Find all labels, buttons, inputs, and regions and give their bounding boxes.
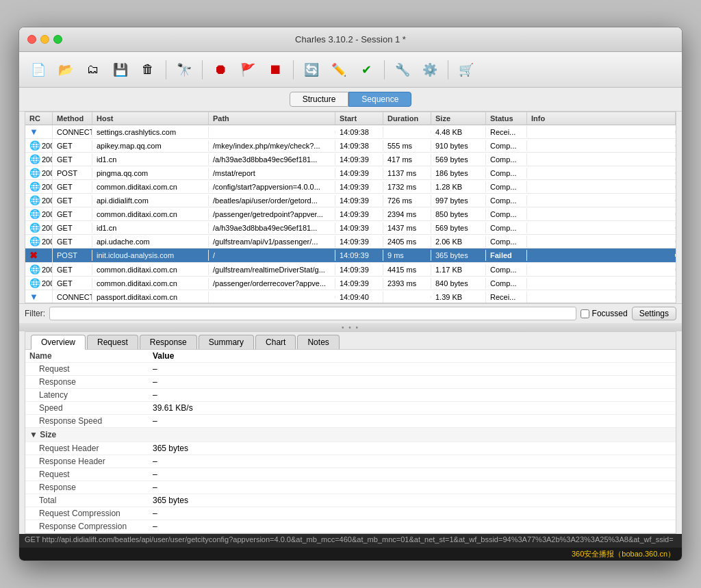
cell-method: GET <box>53 140 92 151</box>
tab-structure[interactable]: Structure <box>290 92 349 107</box>
cell-host: id1.cn <box>92 222 209 233</box>
detail-row: Response – <box>25 376 676 389</box>
cell-size: 1.28 KB <box>431 181 486 192</box>
detail-row-name: Request Compression <box>25 507 149 520</box>
tab-request[interactable]: Request <box>87 335 138 349</box>
tab-sequence[interactable]: Sequence <box>348 92 411 107</box>
detail-row-value: – <box>149 520 676 533</box>
col-header-host: Host <box>92 112 209 125</box>
cell-status: Comp... <box>486 236 527 247</box>
detail-row-value: 365 bytes <box>149 442 676 455</box>
search-button[interactable]: 🔭 <box>172 57 196 82</box>
tab-chart[interactable]: Chart <box>255 335 296 349</box>
cell-method: GET <box>53 222 92 233</box>
new-session-button[interactable]: 📄 <box>26 57 51 82</box>
table-row[interactable]: 🌐200 GET api.didialift.com /beatles/api/… <box>25 194 676 207</box>
tab-summary[interactable]: Summary <box>199 335 254 349</box>
table-row[interactable]: ✖ POST init.icloud-analysis.com / 14:09:… <box>25 248 676 263</box>
detail-row: Request – <box>25 468 676 481</box>
focussed-checkbox[interactable] <box>581 309 589 318</box>
check-button[interactable]: ✔ <box>354 57 379 82</box>
cell-status: Comp... <box>486 222 527 233</box>
table-row[interactable]: ▼ CONNECT settings.crashlytics.com 14:09… <box>25 125 676 139</box>
table-row[interactable]: 🌐200 GET common.diditaxi.com.cn /passeng… <box>25 277 676 290</box>
toolbar-sep-4 <box>384 60 385 79</box>
cell-host: id1.cn <box>92 154 209 165</box>
cell-rc: 🌐200 <box>25 180 53 193</box>
cell-host: api.udache.com <box>92 236 209 247</box>
settings-button[interactable]: ⚙️ <box>418 57 442 82</box>
detail-row-name: Request <box>25 363 149 376</box>
detail-row-name: Request Header <box>25 442 149 455</box>
detail-row-value: – <box>149 468 676 481</box>
focussed-label: Focussed <box>592 309 628 318</box>
record-button[interactable]: ⏺ <box>208 57 233 82</box>
cell-method: GET <box>53 278 92 289</box>
maximize-button[interactable] <box>53 35 62 44</box>
main-window: Charles 3.10.2 - Session 1 * 📄 📂 🗂 💾 🗑 🔭… <box>18 27 683 561</box>
rc-code: 200 <box>42 142 53 150</box>
col-header-start: Start <box>335 112 383 125</box>
table-row[interactable]: 🌐200 GET common.diditaxi.com.cn /gulfstr… <box>25 263 676 277</box>
cell-status: Comp... <box>486 278 527 289</box>
cell-path: /passenger/orderrecover?appve... <box>209 278 335 289</box>
detail-row: ▼ Size <box>25 428 676 442</box>
tab-response[interactable]: Response <box>140 335 197 349</box>
cell-duration: 2393 ms <box>383 278 431 289</box>
cell-info <box>527 186 676 188</box>
pencil-button[interactable]: ✏️ <box>327 57 351 82</box>
cell-rc: 🌐200 <box>25 263 53 276</box>
cell-size: 997 bytes <box>431 195 486 206</box>
table-row[interactable]: 🌐200 GET common.diditaxi.com.cn /config/… <box>25 180 676 194</box>
detail-row-name: Response <box>25 481 149 494</box>
panel-divider[interactable]: • • • <box>19 323 682 331</box>
cell-path: /gulfstream/api/v1/passenger/... <box>209 236 335 247</box>
table-row[interactable]: 🌐200 GET common.diditaxi.com.cn /passeng… <box>25 207 676 221</box>
detail-row-name: Response <box>25 376 149 389</box>
cell-size: 850 bytes <box>431 209 486 220</box>
cell-duration: 4415 ms <box>383 264 431 275</box>
open-button[interactable]: 📂 <box>53 57 78 82</box>
cell-start: 14:09:39 <box>335 222 383 233</box>
tab-overview[interactable]: Overview <box>31 335 86 350</box>
detail-section-header: ▼ Size <box>25 428 676 442</box>
tab-notes[interactable]: Notes <box>297 335 339 349</box>
save-button[interactable]: 💾 <box>108 57 133 82</box>
rc-globe-icon: 🌐 <box>29 168 40 178</box>
purchase-button[interactable]: 🛒 <box>454 57 479 82</box>
table-row[interactable]: 🌐200 GET api.udache.com /gulfstream/api/… <box>25 235 676 248</box>
cell-host: apikey.map.qq.com <box>92 140 209 151</box>
table-row[interactable]: 🌐200 GET id1.cn /a/h39ae3d8bba49ec96ef18… <box>25 153 676 166</box>
stop-button[interactable]: ⏹ <box>263 57 288 82</box>
cell-info <box>527 240 676 243</box>
cell-rc: 🌐200 <box>25 207 53 220</box>
settings-button-filter[interactable]: Settings <box>632 307 676 320</box>
focussed-checkbox-container[interactable]: Focussed <box>581 309 628 318</box>
minimize-button[interactable] <box>40 35 49 44</box>
close-tab-button[interactable]: 🗂 <box>81 57 105 82</box>
rc-code: 200 <box>42 169 53 177</box>
table-row[interactable]: 🌐200 GET apikey.map.qq.com /mkey/index.p… <box>25 139 676 153</box>
table-row[interactable]: 🌐200 POST pingma.qq.com /mstat/report 14… <box>25 166 676 180</box>
filter-input[interactable] <box>49 307 576 320</box>
cell-host: common.diditaxi.com.cn <box>92 209 209 220</box>
trash-button[interactable]: 🗑 <box>136 57 160 82</box>
close-button[interactable] <box>27 35 36 44</box>
cell-method: GET <box>53 209 92 220</box>
refresh-button[interactable]: 🔄 <box>299 57 324 82</box>
cell-method: CONNECT <box>53 292 92 303</box>
cell-host: pingma.qq.com <box>92 168 209 179</box>
detail-row-name: Total <box>25 494 149 507</box>
cell-duration: 417 ms <box>383 154 431 165</box>
tools-button[interactable]: 🔧 <box>390 57 415 82</box>
cell-status: Comp... <box>486 264 527 275</box>
cell-path: /gulfstream/realtimeDriverStat/g... <box>209 264 335 275</box>
flag-button[interactable]: 🚩 <box>235 57 260 82</box>
rc-code: 200 <box>42 155 53 164</box>
cell-duration: 1437 ms <box>383 222 431 233</box>
table-row[interactable]: 🌐200 GET id1.cn /a/h39ae3d8bba49ec96ef18… <box>25 221 676 235</box>
cell-duration: 1137 ms <box>383 168 431 179</box>
table-row[interactable]: ▼ CONNECT passport.diditaxi.com.cn 14:09… <box>25 290 676 303</box>
col-header-size: Size <box>431 112 486 125</box>
detail-row: Request Header 365 bytes <box>25 442 676 455</box>
